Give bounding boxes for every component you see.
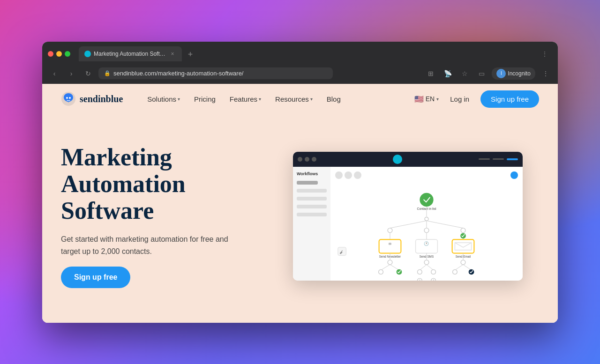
hero-subtitle: Get started with marketing automation fo… (61, 233, 239, 257)
tab-close-button[interactable]: × (169, 50, 176, 58)
workflow-active-btn[interactable] (510, 171, 518, 179)
profile-button[interactable]: I Incognito (492, 67, 535, 80)
tab-strip-icon[interactable]: ▭ (475, 67, 488, 80)
active-tab[interactable]: Marketing Automation Softwa... × (79, 46, 182, 61)
website-content: sendinblue Solutions ▾ Pricing Features … (42, 84, 558, 323)
language-selector[interactable]: 🇺🇸 EN ▾ (414, 95, 439, 104)
svg-text:🕐: 🕐 (424, 240, 429, 246)
url-text: sendinblue.com/marketing-automation-soft… (113, 70, 243, 77)
signup-nav-button[interactable]: Sign up free (480, 90, 539, 108)
nav-links: Solutions ▾ Pricing Features ▾ Resources… (142, 91, 414, 107)
svg-point-29 (379, 269, 383, 274)
app-main: Contact in list (330, 167, 523, 281)
bookmark-icon[interactable]: ☆ (458, 67, 471, 80)
sidebar-item-active (297, 181, 318, 185)
avatar: I (496, 69, 506, 78)
minimize-window-button[interactable] (56, 51, 62, 57)
logo-text: sendinblue (80, 94, 123, 104)
chevron-down-icon: ▾ (436, 97, 439, 102)
tab-favicon (84, 51, 91, 57)
hero-right: Workflows (277, 152, 539, 281)
app-dot-green (312, 157, 316, 162)
workflow-btn-2[interactable] (345, 171, 352, 179)
svg-point-2 (69, 97, 71, 99)
app-titlebar (293, 152, 523, 167)
app-screenshot: Workflows (293, 152, 523, 281)
svg-rect-44 (338, 247, 346, 255)
lang-text: EN (426, 95, 435, 103)
forward-button[interactable]: › (65, 67, 78, 80)
svg-point-26 (388, 260, 392, 265)
nav-pricing[interactable]: Pricing (188, 91, 221, 107)
address-bar[interactable]: 🔒 sendinblue.com/marketing-automation-so… (98, 67, 333, 79)
browser-chrome: Marketing Automation Softwa... × + ⋮ ‹ ›… (42, 42, 558, 84)
svg-rect-22 (452, 239, 474, 253)
extensions-icon[interactable]: ⊞ (424, 67, 437, 80)
reload-button[interactable]: ↻ (82, 67, 95, 80)
workflow-diagram: Contact in list (335, 183, 518, 281)
sidebar-item-4 (297, 213, 327, 216)
tab-action-icon[interactable]: ⋮ (541, 50, 548, 58)
browser-window: Marketing Automation Softwa... × + ⋮ ‹ ›… (42, 42, 558, 323)
svg-text:✉: ✉ (389, 242, 391, 245)
chevron-down-icon: ▾ (178, 97, 180, 102)
close-window-button[interactable] (48, 51, 53, 57)
svg-line-40 (463, 264, 472, 270)
app-dot-yellow (305, 157, 309, 162)
menu-icon[interactable]: ⋮ (539, 67, 552, 80)
sendinblue-logo-icon (61, 91, 76, 106)
hero-title: Marketing Automation Software (61, 144, 258, 224)
svg-rect-12 (379, 239, 401, 253)
back-button[interactable]: ‹ (48, 67, 61, 80)
sidebar-item-2 (297, 197, 327, 201)
app-dot-red (298, 157, 302, 162)
app-body: Workflows (293, 167, 523, 281)
svg-line-27 (381, 264, 390, 270)
app-sidebar: Workflows (293, 167, 330, 281)
browser-addressbar: ‹ › ↻ 🔒 sendinblue.com/marketing-automat… (42, 65, 558, 84)
login-link[interactable]: Log in (444, 91, 475, 107)
svg-line-8 (427, 221, 463, 228)
app-center-icon (393, 155, 402, 164)
cast-icon[interactable]: 📡 (441, 67, 454, 80)
hero-cta-button[interactable]: Sign up free (61, 267, 130, 288)
workflow-btn-1[interactable] (335, 171, 343, 179)
hero-section: Marketing Automation Software Get starte… (42, 114, 558, 323)
chevron-down-icon: ▾ (310, 97, 313, 102)
lock-icon: 🔒 (104, 70, 111, 76)
svg-point-38 (461, 260, 465, 265)
svg-point-10 (461, 228, 465, 232)
workflows-label: Workflows (297, 171, 327, 176)
svg-point-3 (420, 193, 433, 206)
svg-point-16 (424, 228, 429, 232)
svg-point-36 (431, 269, 436, 274)
sidebar-item-1 (297, 189, 327, 193)
svg-point-9 (388, 228, 392, 232)
svg-line-39 (455, 264, 463, 270)
app-title-center (320, 155, 475, 164)
svg-point-1 (66, 97, 68, 99)
sidebar-item-3 (297, 205, 327, 208)
workflow-toolbar (335, 171, 361, 179)
nav-features[interactable]: Features ▾ (224, 91, 267, 107)
nav-blog[interactable]: Blog (321, 91, 346, 107)
site-logo[interactable]: sendinblue (61, 91, 123, 106)
svg-point-6 (425, 217, 428, 221)
svg-point-41 (453, 269, 458, 274)
nav-solutions[interactable]: Solutions ▾ (142, 91, 186, 107)
expand-line (493, 158, 504, 160)
browser-titlebar: Marketing Automation Softwa... × + ⋮ (42, 42, 558, 65)
profile-label: Incognito (508, 70, 531, 77)
maximize-window-button[interactable] (65, 51, 70, 57)
chevron-down-icon: ▾ (259, 97, 261, 102)
app-action-button (507, 158, 518, 160)
app-window-controls (298, 157, 316, 162)
traffic-lights (48, 51, 70, 57)
svg-line-33 (420, 264, 427, 270)
svg-line-28 (390, 264, 399, 270)
new-tab-button[interactable]: + (184, 48, 197, 61)
workflow-btn-3[interactable] (354, 171, 361, 179)
svg-point-35 (418, 269, 422, 274)
nav-resources[interactable]: Resources ▾ (270, 91, 318, 107)
nav-right: 🇺🇸 EN ▾ Log in Sign up free (414, 90, 539, 108)
